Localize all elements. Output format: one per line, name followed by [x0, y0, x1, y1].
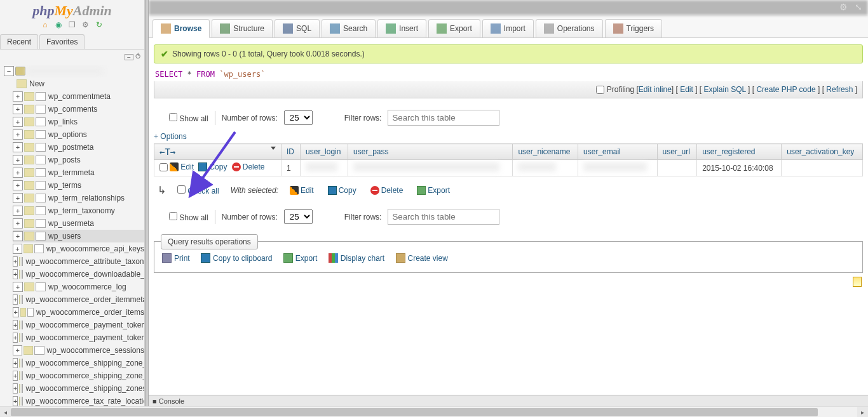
tree-table-wp-woocommerce-payment-tokens[interactable]: +wp_woocommerce_payment_tokens: [13, 331, 144, 344]
bulk-export[interactable]: Export: [417, 186, 450, 195]
plus-icon[interactable]: +: [13, 180, 23, 190]
num-rows-select-2[interactable]: 25: [284, 209, 313, 224]
cell-user-nicename[interactable]: [513, 160, 578, 176]
cell-id[interactable]: 1: [281, 160, 301, 176]
check-all[interactable]: Check all: [177, 185, 219, 195]
edit-inline-link[interactable]: Edit inline: [639, 85, 672, 94]
tree-table-wp-term-relationships[interactable]: +wp_term_relationships: [13, 192, 144, 204]
settings-icon[interactable]: ⚙: [81, 20, 91, 30]
filter-input-2[interactable]: [388, 209, 499, 225]
show-all-checkbox-2[interactable]: [169, 212, 177, 220]
tree-table-wp-woocommerce-api-keys[interactable]: +wp_woocommerce_api_keys: [13, 242, 144, 255]
tree-table-wp-options[interactable]: +wp_options: [13, 128, 144, 141]
plus-icon[interactable]: +: [13, 295, 18, 305]
plus-icon[interactable]: +: [13, 320, 18, 330]
plus-icon[interactable]: +: [13, 206, 23, 216]
tree-new-table[interactable]: New: [17, 77, 144, 90]
scroll-left-button[interactable]: ◂: [0, 407, 11, 417]
plus-icon[interactable]: +: [13, 168, 23, 178]
home-icon[interactable]: ⌂: [40, 20, 50, 30]
tab-import[interactable]: Import: [482, 19, 534, 37]
row-delete-link[interactable]: Delete: [232, 162, 265, 171]
tree-table-wp-woocommerce-attribute-taxonomies[interactable]: +wp_woocommerce_attribute_taxonomies: [13, 255, 144, 268]
op-print[interactable]: Print: [162, 253, 190, 263]
tab-operations[interactable]: Operations: [536, 19, 603, 37]
show-all-top[interactable]: Show all: [169, 113, 208, 123]
num-rows-select[interactable]: 25: [284, 110, 313, 125]
tab-export[interactable]: Export: [428, 19, 480, 37]
tree-table-wp-woocommerce-shipping-zones[interactable]: +wp_woocommerce_shipping_zones: [13, 382, 144, 395]
cell-user-login[interactable]: [301, 160, 348, 176]
horizontal-scrollbar[interactable]: ◂ ▸: [0, 406, 868, 417]
plus-icon[interactable]: +: [13, 269, 18, 279]
edit-query-link[interactable]: Edit: [680, 85, 693, 94]
col-user-pass[interactable]: user_pass: [348, 144, 513, 160]
tree-table-wp-postmeta[interactable]: +wp_postmeta: [13, 141, 144, 154]
tree-table-wp-woocommerce-shipping-zone-methods[interactable]: +wp_woocommerce_shipping_zone_methods: [13, 369, 144, 382]
plus-icon[interactable]: +: [13, 307, 19, 317]
plus-icon[interactable]: +: [13, 142, 23, 152]
plus-icon[interactable]: +: [13, 104, 23, 114]
show-all-bottom[interactable]: Show all: [169, 212, 208, 222]
plus-icon[interactable]: +: [13, 256, 18, 267]
tree-table-wp-terms[interactable]: +wp_terms: [13, 179, 144, 192]
tree-table-wp-commentmeta[interactable]: +wp_commentmeta: [13, 90, 144, 103]
tab-triggers[interactable]: Triggers: [605, 19, 663, 37]
bulk-copy[interactable]: Copy: [328, 186, 356, 195]
col-user-nicename[interactable]: user_nicename: [513, 144, 578, 160]
plus-icon[interactable]: +: [13, 91, 23, 102]
cell-user-pass[interactable]: [348, 160, 513, 176]
sort-dropdown-icon[interactable]: [271, 147, 276, 150]
tree-table-wp-woocommerce-shipping-zone-locations[interactable]: +wp_woocommerce_shipping_zone_locations: [13, 357, 144, 369]
col-user-activation[interactable]: user_activation_key: [782, 144, 863, 160]
plus-icon[interactable]: +: [13, 129, 23, 140]
filter-input[interactable]: [388, 110, 499, 126]
reload-icon[interactable]: ↻: [94, 20, 104, 30]
op-export[interactable]: Export: [283, 253, 318, 263]
plus-icon[interactable]: +: [13, 218, 23, 228]
row-edit-link[interactable]: Edit: [170, 162, 194, 171]
bulk-edit[interactable]: Edit: [290, 186, 314, 195]
plus-icon[interactable]: +: [13, 282, 23, 292]
tree-table-wp-links[interactable]: +wp_links: [13, 116, 144, 128]
bulk-delete[interactable]: Delete: [370, 186, 403, 195]
tab-favorites[interactable]: Favorites: [39, 34, 85, 49]
plus-icon[interactable]: +: [13, 371, 18, 381]
scroll-thumb[interactable]: [11, 408, 818, 416]
op-view[interactable]: Create view: [396, 253, 448, 263]
tree-table-wp-comments[interactable]: +wp_comments: [13, 103, 144, 116]
scroll-right-button[interactable]: ▸: [857, 407, 868, 417]
cell-user-registered[interactable]: 2015-10-02 16:40:08: [697, 160, 782, 176]
tree-table-wp-posts[interactable]: +wp_posts: [13, 154, 144, 166]
explain-sql-link[interactable]: Explain SQL: [704, 85, 746, 94]
col-user-registered[interactable]: user_registered: [697, 144, 782, 160]
check-all-checkbox[interactable]: [177, 185, 186, 194]
col-user-url[interactable]: user_url: [657, 144, 697, 160]
tab-insert[interactable]: Insert: [377, 19, 426, 37]
console-bar[interactable]: ■ Console: [149, 395, 868, 406]
tree-table-wp-woocommerce-sessions[interactable]: +wp_woocommerce_sessions: [13, 344, 144, 357]
row-copy-link[interactable]: Copy: [198, 162, 227, 171]
op-clipboard[interactable]: Copy to clipboard: [201, 253, 272, 263]
tab-browse[interactable]: Browse: [153, 19, 210, 38]
link-icon[interactable]: ⥀: [135, 52, 140, 61]
create-php-link[interactable]: Create PHP code: [756, 85, 815, 94]
tree-table-wp-woocommerce-payment-tokenmeta[interactable]: +wp_woocommerce_payment_tokenmeta: [13, 319, 144, 331]
row-checkbox[interactable]: [159, 163, 168, 171]
cell-user-email[interactable]: [578, 160, 657, 176]
plus-icon[interactable]: +: [13, 383, 18, 394]
col-user-login[interactable]: user_login: [301, 144, 348, 160]
profiling-checkbox[interactable]: [596, 86, 604, 94]
tree-table-wp-termmeta[interactable]: +wp_termmeta: [13, 166, 144, 179]
tree-table-wp-woocommerce-tax-rate-locations[interactable]: +wp_woocommerce_tax_rate_locations: [13, 395, 144, 406]
plus-icon[interactable]: +: [13, 117, 23, 127]
show-all-checkbox[interactable]: [169, 113, 177, 121]
plus-icon[interactable]: +: [13, 193, 23, 203]
tab-sql[interactable]: SQL: [275, 19, 320, 37]
cell-user-activation[interactable]: [782, 160, 863, 176]
bookmark-icon[interactable]: [853, 277, 862, 287]
plus-icon[interactable]: +: [13, 345, 22, 355]
tab-recent[interactable]: Recent: [0, 34, 38, 49]
minus-icon[interactable]: −: [4, 66, 14, 76]
tree-table-wp-woocommerce-log[interactable]: +wp_woocommerce_log: [13, 281, 144, 293]
